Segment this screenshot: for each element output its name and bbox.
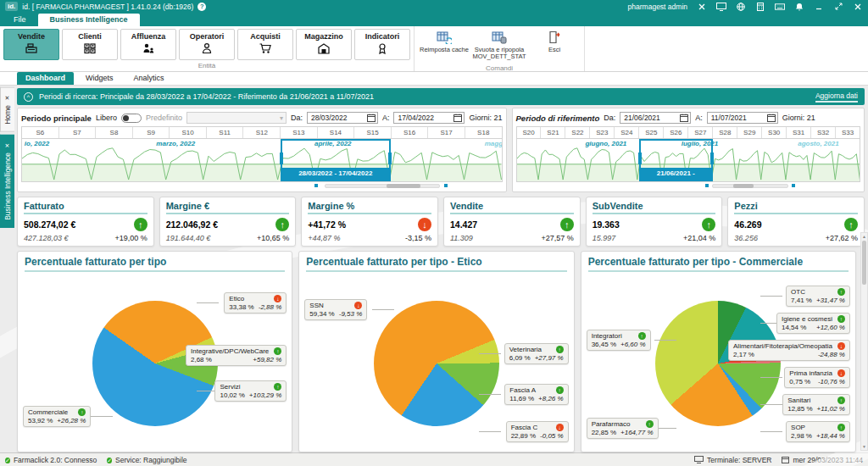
command-button-reimposta-cache[interactable]: Reimposta cache [418,29,470,63]
tab-widgets[interactable]: Widgets [77,72,122,85]
week-label-s23[interactable]: S23 [590,127,615,138]
week-label-s30[interactable]: S30 [762,127,787,138]
week-label-s9[interactable]: S9 [133,127,170,138]
ref-to-date-input[interactable]: 11/07/2021 [707,112,778,124]
kpi-card-margine[interactable]: Margine %+41,72 %↓+44,87 %-3,15 % [301,197,438,247]
week-label-s29[interactable]: S29 [737,127,762,138]
period-selection[interactable]: 28/03/2022 - 17/04/2022 [281,139,392,181]
week-label-s7[interactable]: S7 [59,127,97,138]
pie-label-ssn[interactable]: SSN↓59,34 %-9,53 % [304,299,367,320]
vertical-scrollbar[interactable]: ▲ ▼ [860,232,868,451]
kpi-card-subvendite[interactable]: SubVendite19.363↑15.997+21,04 % [586,197,723,247]
command-button-svuota-e-ripopola-mov-dett-stat[interactable]: Svuota e ripopola MOV_DETT_STAT [473,29,526,63]
sidebar-tab-business-intelligence[interactable]: Business Intelligence✕ [0,135,14,228]
tab-analytics[interactable]: Analytics [125,72,173,85]
week-label-s15[interactable]: S15 [354,127,392,138]
help-icon[interactable]: ? [198,3,206,11]
pie-label-integratori[interactable]: Integratori↑36,45 %+6,60 % [587,330,651,351]
pie-label-commerciale[interactable]: Commerciale↑53,92 %+26,28 % [23,406,91,427]
close-icon[interactable]: ✕ [4,95,11,102]
week-label-s18[interactable]: S18 [465,127,502,138]
pie-chart[interactable] [655,301,781,426]
scroll-down-arrow[interactable]: ▼ [861,444,867,449]
week-label-s28[interactable]: S28 [713,127,737,138]
collapse-icon[interactable]: ^ [24,92,33,102]
pie-label-igiene-e-cosmesi[interactable]: Igiene e cosmesi↑14,54 %+12,60 % [776,313,850,334]
menu-file[interactable]: File [3,14,36,26]
calculator-icon[interactable] [755,2,765,11]
week-label-s21[interactable]: S21 [541,127,565,138]
pie-label-fascia-c[interactable]: Fascia C↓22,89 %-0,05 % [506,421,569,442]
bell-icon[interactable] [794,2,804,11]
tab-dashboard[interactable]: Dashboard [17,72,74,85]
pie-label-fascia-a[interactable]: Fascia A↑11,69 %+8,26 % [504,384,568,405]
selection-right-handle[interactable] [388,153,392,164]
user-close-icon[interactable] [697,2,707,11]
entity-button-clienti[interactable]: Clienti [62,29,118,60]
pie-label-servizi[interactable]: Servizi↑10,02 %+103,29 % [214,380,287,402]
pie-label-sop[interactable]: SOP↑2,98 %+18,44 % [786,421,850,442]
week-label-s8[interactable]: S8 [96,127,133,138]
scrollbar-dot[interactable] [314,184,318,187]
kpi-card-margine[interactable]: Margine €212.046,92 €↑191.644,40 €+10,65… [159,197,297,247]
timeline-body[interactable]: io, 2022marzo, 2022aprile, 2022maggi28/0… [21,138,503,182]
command-button-esci[interactable]: Esci [528,29,581,63]
reference-period-timeline[interactable]: S20S21S22S23S24S25S26S27S28S29S30S31S32S… [516,126,860,189]
pie-label-etico[interactable]: Etico↓33,38 %-2,88 % [224,292,287,313]
main-period-timeline[interactable]: S6S7S8S9S10S11S12S13S14S15S16S17S18io, 2… [21,126,503,189]
pie-chart[interactable] [374,301,499,426]
menu-tab-business-intelligence[interactable]: Business Intelligence [38,14,140,26]
pie-label-prima-infanzia[interactable]: Prima infanzia↓0,75 %-10,76 % [784,367,850,388]
scrollbar-dot[interactable] [705,184,709,187]
pie-label-integrative-dpc-webcare[interactable]: Integrative/DPC/WebCare↑2,68 %+59,82 % [186,345,287,366]
sidebar-tab-home[interactable]: Home✕ [0,87,14,132]
week-label-s13[interactable]: S13 [281,127,318,138]
main-to-date-input[interactable]: 17/04/2022 [393,112,465,124]
week-label-s26[interactable]: S26 [664,127,688,138]
week-label-s14[interactable]: S14 [318,127,355,138]
scrollbar-track[interactable] [325,184,440,188]
scrollbar-thumb[interactable] [387,184,420,188]
keyboard-icon[interactable] [775,2,785,11]
maximize-icon[interactable] [833,2,843,11]
scrollbar-thumb[interactable] [862,241,866,285]
close-icon[interactable] [853,2,863,11]
period-selection[interactable]: 21/06/2021 - 11/07/2021 [639,139,713,181]
week-label-s22[interactable]: S22 [565,127,590,138]
main-from-date-input[interactable]: 28/03/2022 [307,112,378,124]
selection-left-handle[interactable] [280,153,283,164]
monitor-icon[interactable] [716,2,726,11]
scroll-up-arrow[interactable]: ▲ [861,234,867,239]
pie-label-alimentari-fitoterapia-omeopatia[interactable]: Alimentari/Fitoterapia/Omeopatia↓2,17 %-… [728,340,850,361]
week-label-s12[interactable]: S12 [243,127,281,138]
week-label-s6[interactable]: S6 [22,127,59,138]
timeline-body[interactable]: giugno, 2021luglio, 2021agosto, 202121/0… [516,138,860,182]
scrollbar-dot[interactable] [444,184,448,187]
pie-label-otc[interactable]: OTC↑7,41 %+31,47 % [786,286,850,307]
week-label-s17[interactable]: S17 [428,127,465,138]
entity-button-operatori[interactable]: Operatori [179,29,235,60]
week-label-s11[interactable]: S11 [207,127,244,138]
kpi-card-pezzi[interactable]: Pezzi46.269↑36.256+27,62 % [727,197,865,247]
selection-right-handle[interactable] [710,153,714,164]
kpi-card-fatturato[interactable]: Fatturato508.274,02 €↑427.128,03 €+19,00… [17,197,154,247]
pie-label-veterinaria[interactable]: Veterinaria↑6,09 %+27,97 % [504,343,569,364]
week-label-s33[interactable]: S33 [836,127,860,138]
week-label-s16[interactable]: S16 [392,127,429,138]
scrollbar-dot[interactable] [792,184,795,187]
entity-button-indicatori[interactable]: Indicatori [354,29,410,60]
week-label-s27[interactable]: S27 [688,127,713,138]
close-icon[interactable]: ✕ [4,142,11,149]
entity-button-magazzino[interactable]: Magazzino [296,29,352,60]
globe-icon[interactable] [736,2,746,11]
period-mode-toggle[interactable] [121,114,142,123]
selection-left-handle[interactable] [638,153,642,164]
scrollbar-thumb[interactable] [733,184,754,188]
timeline-scrollbar[interactable] [21,183,503,189]
ref-from-date-input[interactable]: 21/06/2021 [620,112,691,124]
week-label-s32[interactable]: S32 [811,127,836,138]
week-label-s20[interactable]: S20 [517,127,542,138]
entity-button-acquisti[interactable]: Acquisti [237,29,293,60]
minimize-icon[interactable] [814,2,824,11]
week-label-s24[interactable]: S24 [615,127,639,138]
